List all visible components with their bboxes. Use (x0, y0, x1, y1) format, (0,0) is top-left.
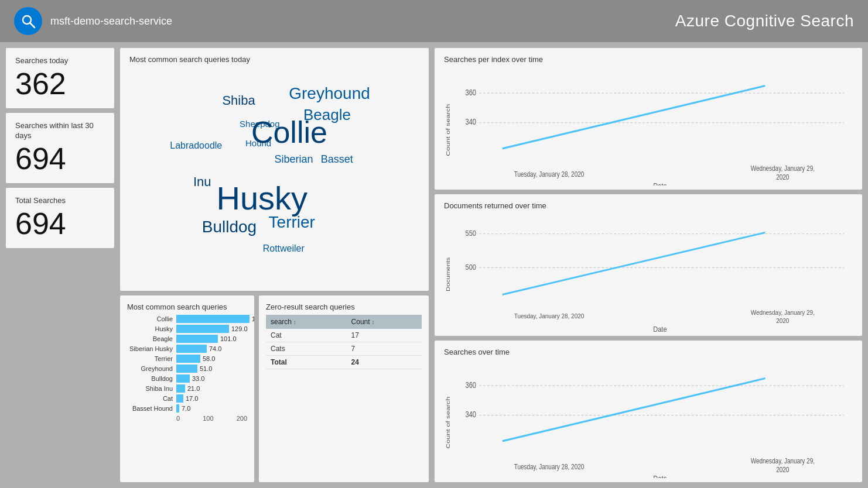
searches-over-time-title: Searches over time (444, 348, 853, 356)
bar-fill (176, 315, 250, 323)
bar-track: 17.0 (176, 394, 247, 403)
svg-text:Date: Date (653, 182, 667, 185)
svg-text:340: 340 (466, 118, 476, 127)
searches-today-label: Searches today (15, 56, 105, 66)
bar-value: 74.0 (209, 345, 221, 352)
bar-fill (176, 365, 197, 373)
bar-fill (176, 384, 185, 393)
word-cloud: GreyhoundBeagleShibaSheepdogHoundLabrado… (129, 67, 419, 282)
table-header-count[interactable]: Count (347, 315, 422, 329)
word-cloud-card: Most common search queries today Greyhou… (120, 48, 429, 291)
bar-track: 51.0 (176, 365, 247, 373)
header: msft-demo-search-service Azure Cognitive… (0, 0, 868, 42)
word-cloud-word: Bulldog (202, 218, 257, 236)
stat-cards-column: Searches today 362 Searches within last … (6, 48, 114, 482)
bar-label: Cat (127, 395, 173, 402)
bar-label: Husky (127, 325, 173, 332)
searches-today-card: Searches today 362 (6, 48, 114, 108)
bar-row: Cat17.0 (127, 394, 247, 403)
table-header: search Count (266, 315, 422, 329)
total-searches-label: Total Searches (15, 196, 105, 206)
word-cloud-word: Siberian (275, 153, 313, 166)
svg-text:Date: Date (653, 325, 667, 332)
word-cloud-word: Greyhound (289, 84, 370, 103)
bar-value: 33.0 (192, 375, 204, 382)
bar-row: Terrier58.0 (127, 355, 247, 363)
word-cloud-word: Collie (251, 115, 327, 150)
svg-text:Wednesday, January 29,: Wednesday, January 29, (751, 164, 815, 172)
bar-row: Shiba Inu21.0 (127, 384, 247, 393)
documents-returned-title: Documents returned over time (444, 201, 853, 210)
svg-text:Tuesday, January 28, 2020: Tuesday, January 28, 2020 (514, 463, 585, 470)
total-searches-card: Total Searches 694 (6, 188, 114, 248)
bar-value: 129.0 (231, 325, 248, 332)
svg-text:2020: 2020 (776, 466, 789, 473)
bar-chart-card: Most common search queries Collie179.0Hu… (120, 295, 254, 483)
bar-label: Terrier (127, 355, 173, 362)
bar-fill (176, 325, 229, 333)
searches-per-index-title: Searches per index over time (444, 55, 853, 64)
bar-track: 7.0 (176, 404, 247, 413)
header-left: msft-demo-search-service (14, 7, 172, 35)
bar-label: Shiba Inu (127, 385, 173, 392)
searches-30days-label: Searches within last 30 days (15, 121, 105, 141)
documents-returned-chart: 550 500 Documents Tuesday, January 28, 2… (444, 214, 853, 332)
documents-returned-card: Documents returned over time 550 500 Doc… (435, 194, 862, 336)
svg-text:340: 340 (466, 410, 476, 420)
bar-track: 21.0 (176, 384, 247, 393)
bar-x-axis: 0100200 (127, 415, 247, 422)
bar-row: Siberian Husky74.0 (127, 345, 247, 353)
bar-x-label: 200 (237, 415, 247, 422)
svg-text:Documents: Documents (445, 257, 451, 291)
searches-30days-value: 694 (15, 143, 105, 174)
table-row: Cat17 (266, 329, 422, 342)
svg-text:Date: Date (653, 475, 667, 478)
total-searches-value: 694 (15, 208, 105, 239)
word-cloud-word: Terrier (269, 213, 315, 232)
table-row: Cats7 (266, 342, 422, 355)
bar-fill (176, 335, 218, 343)
bar-value: 21.0 (187, 385, 200, 392)
search-icon (20, 13, 36, 29)
bar-value: 51.0 (200, 365, 212, 372)
word-cloud-word: Rottweiler (263, 243, 305, 254)
bar-label: Basset Hound (127, 405, 173, 412)
bar-row: Basset Hound7.0 (127, 404, 247, 413)
bar-fill (176, 394, 183, 403)
bar-row: Husky129.0 (127, 325, 247, 333)
svg-text:Wednesday, January 29,: Wednesday, January 29, (751, 457, 815, 465)
bar-track: 58.0 (176, 355, 247, 363)
bar-row: Bulldog33.0 (127, 374, 247, 383)
table-cell-count: 7 (347, 342, 422, 355)
bar-track: 74.0 (176, 345, 247, 353)
right-column: Searches per index over time 360 340 Cou… (435, 48, 862, 482)
word-cloud-word: Labradoodle (170, 140, 222, 151)
table-body: Cat17Cats7Total24 (266, 329, 422, 369)
bar-row: Beagle101.0 (127, 335, 247, 343)
zero-result-card: Zero-result search queries search Count … (259, 295, 429, 483)
searches-over-time-card: Searches over time 360 340 Count of sear… (435, 341, 862, 482)
word-cloud-title: Most common search queries today (129, 55, 419, 64)
searches-per-index-chart: 360 340 Count of search Tuesday, January… (444, 67, 853, 185)
middle-column: Most common search queries today Greyhou… (120, 48, 429, 482)
bar-track: 101.0 (176, 335, 247, 343)
svg-text:360: 360 (466, 88, 476, 98)
searches-today-value: 362 (15, 68, 105, 99)
main-content: Searches today 362 Searches within last … (0, 42, 868, 488)
svg-text:500: 500 (466, 263, 477, 272)
bar-label: Greyhound (127, 365, 173, 372)
svg-text:360: 360 (466, 381, 476, 390)
mid-bottom-row: Most common search queries Collie179.0Hu… (120, 295, 429, 483)
svg-text:Tuesday, January 28, 2020: Tuesday, January 28, 2020 (514, 170, 585, 178)
table-cell-search: Cats (266, 342, 347, 355)
searches-over-time-chart: 360 340 Count of search Tuesday, January… (444, 360, 853, 478)
bar-chart-area: Collie179.0Husky129.0Beagle101.0Siberian… (127, 315, 247, 413)
table-cell-search: Cat (266, 329, 347, 342)
app-title: Azure Cognitive Search (675, 12, 854, 30)
svg-text:Wednesday, January 29,: Wednesday, January 29, (751, 308, 815, 316)
bar-fill (176, 374, 190, 383)
bar-row: Greyhound51.0 (127, 365, 247, 373)
searches-per-index-card: Searches per index over time 360 340 Cou… (435, 48, 862, 190)
svg-text:2020: 2020 (776, 317, 789, 324)
table-header-search[interactable]: search (266, 315, 347, 329)
